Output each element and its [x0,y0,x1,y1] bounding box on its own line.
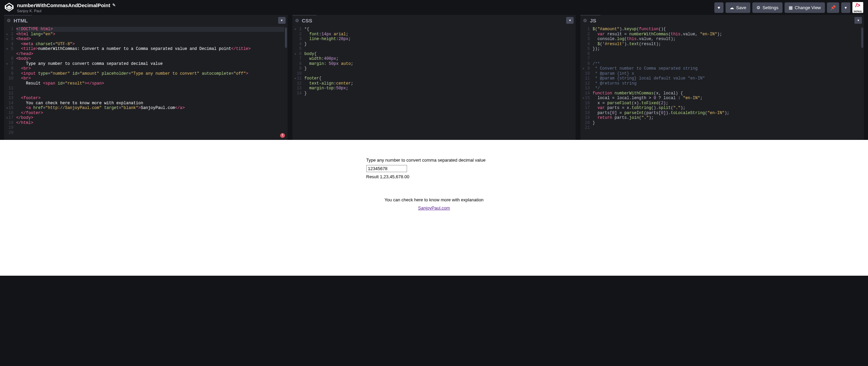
preview-footer: You can check here to know more with exp… [366,196,502,212]
js-settings-icon[interactable]: ⚙ [583,18,587,23]
gear-icon: ⚙ [756,5,760,10]
save-button[interactable]: ☁Save [726,2,750,13]
html-panel-header: ⚙ HTML ▾ [4,15,288,25]
editor-panels: ⚙ HTML ▾ 1 ▸ 2 ▸ 3 4 ▸ 5 6 ▸ 7 8 9 10 11… [0,15,868,140]
html-gutter: 1 ▸ 2 ▸ 3 4 ▸ 5 6 ▸ 7 8 9 10 11 12 13 14… [4,27,16,140]
scrollbar[interactable] [861,28,863,48]
js-code[interactable]: $("#amount").keyup(function(){ var resul… [593,27,864,140]
preview-pane: Type any number to convert comma separat… [0,140,868,276]
amount-input[interactable] [366,165,407,172]
css-expand-button[interactable]: ▾ [566,17,574,24]
result-value: 1,23,45,678.00 [380,174,409,179]
title-block: numberWithCommasAndDecimalPoint ✎ Sanjoy… [17,2,116,13]
chevron-down-icon: ▾ [569,18,571,22]
html-panel-title: ⚙ HTML [4,15,32,25]
author-name[interactable]: Sanjoy K. Paul [17,9,116,13]
css-settings-icon[interactable]: ⚙ [295,18,299,23]
settings-label: Settings [763,5,778,10]
html-settings-icon[interactable]: ⚙ [7,18,11,23]
js-gutter: 1 2 3 4 5 6 7 8 ▸ 9 10 11 12 13 14 ▸15 1… [580,27,593,140]
change-view-button[interactable]: ▦Change View [785,2,825,13]
save-label: Save [736,5,746,10]
html-title-label: HTML [14,18,28,23]
preview-body: Type any number to convert comma separat… [366,156,502,212]
css-panel-header: ⚙ CSS ▾ [292,15,576,25]
footer-link[interactable]: SanjoyPaul.com [418,205,450,211]
pin-button[interactable]: 📌 [827,2,839,13]
css-gutter: ▸ 1 2 3 4 5 ▸ 6 7 8 9 10 ▸11 12 13 14 [292,27,305,140]
html-code[interactable]: <!DOCTYPE html> <html lang="en"> <head> … [16,27,288,140]
css-editor[interactable]: ▸ 1 2 3 4 5 ▸ 6 7 8 9 10 ▸11 12 13 14 *{… [292,25,576,140]
footer-text: You can check here to know more with exp… [384,197,483,202]
result-label: Result [366,174,380,179]
js-panel-header: ⚙ JS ▾ [580,15,864,25]
settings-button[interactable]: ⚙Settings [752,2,783,13]
js-panel: ⚙ JS ▾ 1 2 3 4 5 6 7 8 ▸ 9 10 11 12 13 1… [580,15,864,140]
header-left: numberWithCommasAndDecimalPoint ✎ Sanjoy… [5,2,116,13]
css-code[interactable]: *{ font:14px arial; line-height:28px; } … [304,27,576,140]
pin-icon: 📌 [830,5,836,10]
edit-title-icon[interactable]: ✎ [112,3,116,7]
html-panel: ⚙ HTML ▾ 1 ▸ 2 ▸ 3 4 ▸ 5 6 ▸ 7 8 9 10 11… [4,15,288,140]
pen-title[interactable]: numberWithCommasAndDecimalPoint [17,2,110,8]
chevron-down-icon: ▾ [857,18,859,22]
avatar-label: SKPAUL [853,10,862,13]
app-header: numberWithCommasAndDecimalPoint ✎ Sanjoy… [0,0,868,15]
cloud-icon: ☁ [730,5,734,10]
heart-button[interactable]: ♥ [714,2,724,13]
html-expand-button[interactable]: ▾ [278,17,286,24]
js-editor[interactable]: 1 2 3 4 5 6 7 8 ▸ 9 10 11 12 13 14 ▸15 1… [580,25,864,140]
chevron-down-icon: ▾ [845,5,847,10]
js-expand-button[interactable]: ▾ [854,17,862,24]
css-panel: ⚙ CSS ▾ ▸ 1 2 3 4 5 ▸ 6 7 8 9 10 ▸11 12 … [292,15,576,140]
codepen-logo-icon[interactable] [5,3,14,13]
css-panel-title: ⚙ CSS [292,15,316,25]
change-view-label: Change View [795,5,821,10]
chevron-down-button[interactable]: ▾ [841,2,850,13]
js-title-label: JS [590,18,596,23]
header-right: ♥ ☁Save ⚙Settings ▦Change View 📌 ▾ SKPAU… [714,2,863,13]
html-editor[interactable]: 1 ▸ 2 ▸ 3 4 ▸ 5 6 ▸ 7 8 9 10 11 12 13 14… [4,25,288,140]
heart-icon: ♥ [718,5,720,10]
preview-prompt: Type any number to convert comma separat… [366,158,486,163]
css-title-label: CSS [302,18,312,23]
layout-icon: ▦ [789,5,793,10]
js-panel-title: ⚙ JS [580,15,600,25]
scrollbar[interactable] [285,28,287,48]
error-badge-icon[interactable]: ! [280,133,285,138]
chevron-down-icon: ▾ [281,18,283,22]
user-avatar[interactable]: SKPAUL [852,2,863,13]
